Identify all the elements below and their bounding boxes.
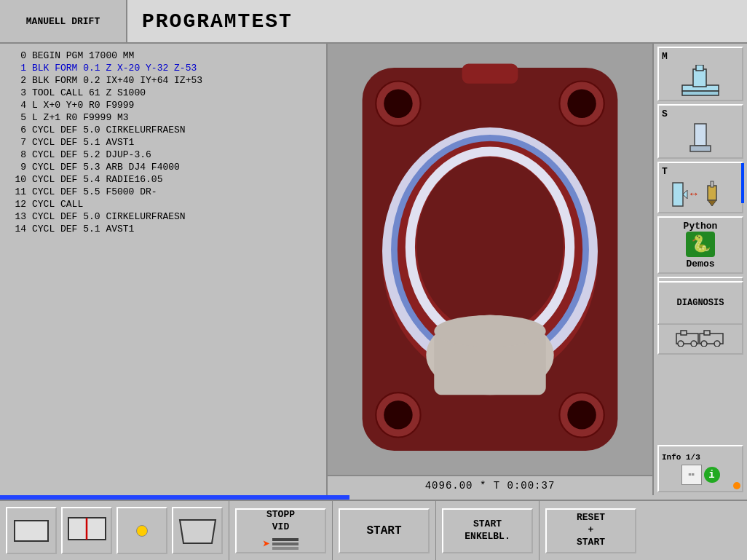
code-line: 0BEGIN PGM 17000 MM [3, 50, 323, 62]
progress-bar [0, 495, 349, 500]
status-text: 4096.00 * T 0:00:37 [425, 480, 556, 492]
code-line: 3TOOL CALL 61 Z S1000 [3, 87, 323, 99]
line-text: CYCL DEF 5.1 AVST1 [32, 137, 134, 148]
python-icon: 🐍 [686, 232, 715, 257]
line-text: CYCL CALL [32, 199, 83, 210]
python-demos-label: Demos [686, 259, 714, 269]
svg-rect-23 [696, 65, 703, 71]
svg-text:↔: ↔ [690, 188, 697, 201]
start-label: START [366, 524, 401, 537]
svg-rect-29 [708, 186, 716, 200]
code-line: 12CYCL CALL [3, 198, 323, 210]
bottom-toolbar: STOPPVID ➤ START STARTENKELBL. [0, 500, 747, 560]
toolbar-reset-section: RESET+START [540, 501, 642, 560]
sidebar-t-label: T [662, 166, 668, 177]
sidebar-btn-t[interactable]: T ↔ [657, 162, 743, 213]
yellow-dot-icon [136, 525, 148, 537]
line-text: L X+0 Y+0 R0 F9999 [32, 100, 134, 111]
svg-point-6 [384, 89, 412, 117]
t-icon: ↔ [671, 180, 730, 209]
toolbar-left-icons [0, 501, 229, 560]
python-label: Python [684, 221, 718, 232]
line-text: CYCL DEF 5.5 F5000 DR- [32, 186, 157, 197]
code-line: 10CYCL DEF 5.4 RADIE16.05 [3, 173, 323, 186]
sidebar: M S T [652, 44, 747, 495]
bottom-container: STOPPVID ➤ START STARTENKELBL. [0, 495, 747, 560]
line-number: 13 [6, 211, 26, 222]
svg-rect-37 [704, 331, 710, 335]
svg-rect-31 [711, 181, 714, 187]
svg-rect-40 [15, 521, 48, 541]
s-icon [686, 122, 715, 154]
info-label: Info 1/3 [662, 453, 700, 462]
code-line: 5L Z+1 R0 F9999 M3 [3, 111, 323, 124]
header-left-label: MANUELL DRIFT [0, 0, 127, 42]
line-number: 8 [6, 149, 26, 160]
sidebar-btn-diagnosis[interactable]: DIAGNOSIS [657, 277, 743, 355]
line-number: 14 [6, 224, 26, 234]
code-line: 13CYCL DEF 5.0 CIRKELURFRAESN [3, 210, 323, 223]
stopp-vid-button[interactable]: STOPPVID ➤ [235, 508, 326, 553]
info-icon: ≡≡ i [681, 465, 720, 485]
info-i-icon: i [704, 467, 720, 483]
preview-status: 4096.00 * T 0:00:37 [328, 475, 652, 495]
toolbar-btn-trapezoid[interactable] [172, 507, 223, 554]
sidebar-btn-info[interactable]: Info 1/3 ≡≡ i [657, 445, 743, 492]
code-line: 9CYCL DEF 5.3 ARB DJ4 F4000 [3, 161, 323, 173]
sidebar-s-label: S [662, 109, 668, 119]
preview-canvas [328, 44, 652, 475]
line-text: CYCL DEF 5.1 AVST1 [32, 224, 134, 234]
toolbar-stopp-section: STOPPVID ➤ [229, 501, 333, 560]
svg-rect-21 [682, 91, 719, 95]
main-area: 0BEGIN PGM 17000 MM1BLK FORM 0.1 Z X-20 … [0, 44, 747, 495]
line-text: BLK FORM 0.1 Z X-20 Y-32 Z-53 [32, 63, 197, 74]
code-line: 11CYCL DEF 5.5 F5000 DR- [3, 186, 323, 198]
start-button[interactable]: START [339, 508, 430, 553]
preview-svg [328, 44, 652, 475]
svg-marker-27 [683, 190, 687, 199]
reset-start-button[interactable]: RESET+START [545, 508, 636, 553]
start-enkelbl-label: STARTENKELBL. [465, 518, 510, 543]
line-text: BEGIN PGM 17000 MM [32, 50, 134, 61]
line-text: CYCL DEF 5.2 DJUP-3.6 [32, 149, 151, 160]
svg-point-38 [701, 341, 707, 347]
sidebar-btn-m[interactable]: M [657, 47, 743, 101]
code-line: 2BLK FORM 0.2 IX+40 IY+64 IZ+53 [3, 74, 323, 87]
line-text: L Z+1 R0 F9999 M3 [32, 112, 129, 123]
header-title: PROGRAMTEST [127, 0, 747, 42]
svg-rect-33 [681, 331, 687, 335]
line-number: 5 [6, 112, 26, 123]
svg-point-18 [434, 315, 545, 347]
blue-indicator [741, 163, 744, 203]
header: MANUELL DRIFT PROGRAMTEST [0, 0, 747, 44]
toolbar-btn-rect1[interactable] [6, 507, 57, 554]
code-line: 8CYCL DEF 5.2 DJUP-3.6 [3, 149, 323, 161]
sidebar-btn-s[interactable]: S [657, 104, 743, 159]
sidebar-btn-python[interactable]: Python 🐍 Demos [657, 216, 743, 274]
svg-point-9 [567, 401, 596, 429]
svg-rect-19 [462, 63, 518, 83]
toolbar-btn-yellow-dot[interactable] [116, 507, 167, 554]
line-text: TOOL CALL 61 Z S1000 [32, 87, 146, 98]
line-number: 2 [6, 75, 26, 86]
svg-rect-22 [693, 69, 706, 87]
svg-point-34 [678, 341, 684, 347]
svg-point-8 [384, 401, 412, 429]
line-number: 9 [6, 162, 26, 173]
sidebar-m-label: M [662, 51, 668, 62]
svg-rect-25 [690, 146, 711, 151]
start-enkelbl-button[interactable]: STARTENKELBL. [442, 508, 533, 553]
line-text: CYCL DEF 5.4 RADIE16.05 [32, 174, 162, 185]
diagnosis-label: DIAGNOSIS [657, 281, 743, 325]
line-number: 3 [6, 87, 26, 98]
orange-dot [733, 482, 740, 489]
info-doc-icon: ≡≡ [681, 465, 702, 485]
line-number: 11 [6, 186, 26, 197]
code-panel: 0BEGIN PGM 17000 MM1BLK FORM 0.1 Z X-20 … [0, 44, 328, 495]
svg-marker-30 [708, 200, 716, 206]
line-number: 4 [6, 100, 26, 111]
m-icon [679, 65, 722, 97]
line-number: 7 [6, 137, 26, 148]
toolbar-btn-rect2[interactable] [61, 507, 112, 554]
svg-point-14 [416, 157, 564, 333]
